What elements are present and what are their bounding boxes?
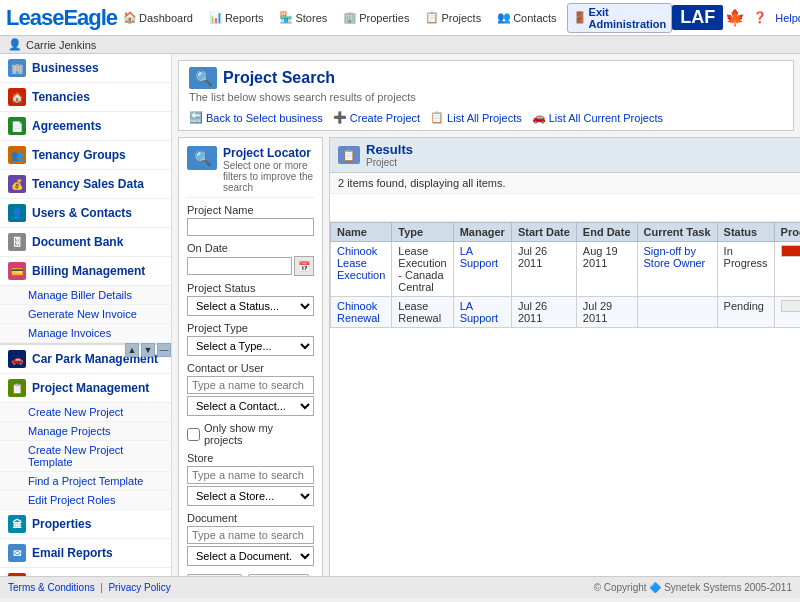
sidebar-item-properties[interactable]: 🏛 Properties: [0, 510, 171, 539]
sidebar-item-businesses[interactable]: 🏢 Businesses: [0, 54, 171, 83]
on-date-field: On Date 📅: [187, 242, 314, 276]
sub-find-template[interactable]: Find a Project Template: [0, 472, 171, 491]
row1-end: Aug 19 2011: [576, 242, 637, 297]
results-toolbar: 📤 Export: [330, 194, 800, 222]
create-project-link[interactable]: ➕ Create Project: [333, 111, 420, 124]
sidebar-item-users-contacts[interactable]: 👤 Users & Contacts: [0, 199, 171, 228]
project-type-select[interactable]: Select a Type...: [187, 336, 314, 356]
table-row: Chinook Lease Execution Lease Execution …: [331, 242, 801, 297]
privacy-link[interactable]: Privacy Policy: [108, 582, 170, 593]
only-my-projects-label: Only show my projects: [204, 422, 314, 446]
canada-flag-icon: 🍁: [725, 8, 745, 27]
sidebar-item-email-reports[interactable]: ✉ Email Reports: [0, 539, 171, 568]
exit-icon: 🚪: [573, 11, 587, 24]
calendar-button[interactable]: 📅: [294, 256, 314, 276]
contact-select[interactable]: Select a Contact...: [187, 396, 314, 416]
sidebar-item-agreements[interactable]: 📄 Agreements: [0, 112, 171, 141]
document-select[interactable]: Select a Document...: [187, 546, 314, 566]
sidebar-item-project-management[interactable]: 📋 Project Management: [0, 374, 171, 403]
contact-user-field: Contact or User Select a Contact...: [187, 362, 314, 416]
row1-type: Lease Execution - Canada Central: [392, 242, 453, 297]
sub-generate-invoice[interactable]: Generate New Invoice: [0, 305, 171, 324]
date-row: 📅: [187, 256, 314, 276]
sub-create-template[interactable]: Create New Project Template: [0, 441, 171, 472]
reset-button[interactable]: Reset: [187, 574, 242, 576]
contacts-icon: 👥: [497, 11, 511, 24]
sidebar-item-billing[interactable]: 💳 Billing Management: [0, 257, 171, 286]
nav-projects[interactable]: 📋Projects: [419, 8, 487, 27]
store-label: Store: [187, 452, 314, 464]
contact-input[interactable]: [187, 376, 314, 394]
row2-name-link[interactable]: Chinook Renewal: [337, 300, 380, 324]
sidebar-item-file-import-export[interactable]: 📁 File Import/Export: [0, 568, 171, 576]
project-name-input[interactable]: [187, 218, 314, 236]
row1-progress-bar: [781, 245, 800, 257]
list-current-link[interactable]: 🚗 List All Current Projects: [532, 111, 663, 124]
document-input[interactable]: [187, 526, 314, 544]
collapse-btn-hide[interactable]: —: [157, 343, 171, 357]
nav-exit-admin[interactable]: 🚪Exit Administration: [567, 3, 673, 33]
search-button[interactable]: Search: [248, 574, 309, 576]
back-to-select[interactable]: 🔙 Back to Select business: [189, 111, 323, 124]
nav-properties[interactable]: 🏢Properties: [337, 8, 415, 27]
logo: LeaseEagle: [6, 5, 117, 31]
billing-sub-menu: Manage Biller Details Generate New Invoi…: [0, 286, 171, 343]
billing-icon: 💳: [8, 262, 26, 280]
row1-start: Jul 26 2011: [511, 242, 576, 297]
page-title-icon: 🔍: [189, 67, 217, 89]
contact-label: Contact or User: [187, 362, 314, 374]
helpdesk-link[interactable]: Helpdesk: [775, 12, 800, 24]
nav-reports[interactable]: 📊Reports: [203, 8, 270, 27]
stores-icon: 🏪: [279, 11, 293, 24]
sub-manage-projects[interactable]: Manage Projects: [0, 422, 171, 441]
row1-name-link[interactable]: Chinook Lease Execution: [337, 245, 385, 281]
user-icon: 👤: [8, 38, 22, 51]
page-actions: 🔙 Back to Select business ➕ Create Proje…: [189, 107, 783, 124]
collapse-btn-down[interactable]: ▼: [141, 343, 155, 357]
sidebar-item-tenancy-groups[interactable]: 👥 Tenancy Groups: [0, 141, 171, 170]
nav-contacts[interactable]: 👥Contacts: [491, 8, 562, 27]
nav-stores[interactable]: 🏪Stores: [273, 8, 333, 27]
projects-icon: 📋: [425, 11, 439, 24]
store-select[interactable]: Select a Store...: [187, 486, 314, 506]
sidebar-item-document-bank[interactable]: 🗄 Document Bank: [0, 228, 171, 257]
sidebar-item-tenancy-sales[interactable]: 💰 Tenancy Sales Data: [0, 170, 171, 199]
locator-title: Project Locator: [223, 146, 314, 160]
store-input[interactable]: [187, 466, 314, 484]
sub-create-project[interactable]: Create New Project: [0, 403, 171, 422]
terms-link[interactable]: Terms & Conditions: [8, 582, 95, 593]
sub-manage-biller[interactable]: Manage Biller Details: [0, 286, 171, 305]
main-layout: 🏢 Businesses 🏠 Tenancies 📄 Agreements 👥 …: [0, 54, 800, 576]
sidebar-item-tenancies[interactable]: 🏠 Tenancies: [0, 83, 171, 112]
only-my-projects-checkbox[interactable]: [187, 428, 200, 441]
logo-eagle: Eagle: [63, 5, 117, 30]
row2-end: Jul 29 2011: [576, 297, 637, 328]
project-status-select[interactable]: Select a Status...: [187, 296, 314, 316]
row2-manager-link[interactable]: LA Support: [460, 300, 499, 324]
results-title: Results: [366, 142, 413, 157]
nav-dashboard[interactable]: 🏠Dashboard: [117, 8, 199, 27]
sub-manage-invoices[interactable]: Manage Invoices: [0, 324, 171, 343]
locator-buttons: Reset Search: [187, 574, 314, 576]
row1-task-link[interactable]: Sign-off by Store Owner: [644, 245, 706, 269]
page-header: 🔍 Project Search The list below shows se…: [178, 60, 794, 131]
table-row: Chinook Renewal Lease Renewal LA Support…: [331, 297, 801, 328]
col-manager: Manager: [453, 223, 511, 242]
properties-icon: 🏢: [343, 11, 357, 24]
only-my-projects-row: Only show my projects: [187, 422, 314, 446]
store-field: Store Select a Store...: [187, 452, 314, 506]
collapse-btn-up[interactable]: ▲: [125, 343, 139, 357]
footer-copyright: © Copyright 🔷 Synetek Systems 2005-2011: [594, 582, 792, 593]
sub-edit-roles[interactable]: Edit Project Roles: [0, 491, 171, 510]
results-icon: 📋: [338, 146, 360, 164]
row1-manager-link[interactable]: LA Support: [460, 245, 499, 269]
list-all-link[interactable]: 📋 List All Projects: [430, 111, 522, 124]
project-type-field: Project Type Select a Type...: [187, 322, 314, 356]
page-title: 🔍 Project Search: [189, 67, 783, 89]
table-header: Name Type Manager Start Date End Date Cu…: [331, 223, 801, 242]
on-date-input[interactable]: [187, 257, 292, 275]
tenancies-icon: 🏠: [8, 88, 26, 106]
project-type-label: Project Type: [187, 322, 314, 334]
users-contacts-icon: 👤: [8, 204, 26, 222]
table-body: Chinook Lease Execution Lease Execution …: [331, 242, 801, 328]
